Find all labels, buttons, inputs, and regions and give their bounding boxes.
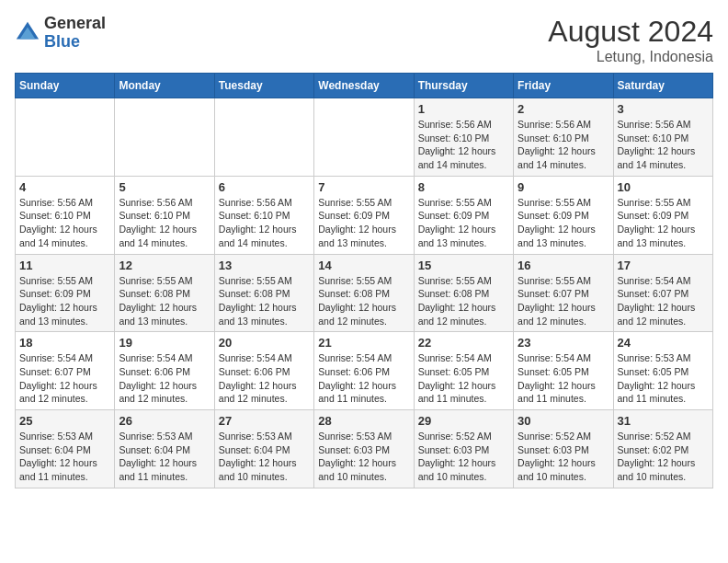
day-info: Sunrise: 5:54 AM Sunset: 6:06 PM Dayligh… bbox=[219, 351, 310, 406]
day-number: 13 bbox=[219, 259, 310, 272]
calendar-day-cell bbox=[115, 98, 214, 177]
day-number: 14 bbox=[318, 259, 409, 272]
calendar-day-cell: 21Sunrise: 5:54 AM Sunset: 6:06 PM Dayli… bbox=[314, 332, 414, 410]
title-block: August 2024 Letung, Indonesia bbox=[548, 15, 713, 65]
day-info: Sunrise: 5:56 AM Sunset: 6:10 PM Dayligh… bbox=[19, 196, 110, 250]
day-number: 8 bbox=[418, 180, 509, 194]
day-number: 5 bbox=[119, 180, 210, 194]
day-number: 20 bbox=[219, 336, 310, 350]
calendar-day-cell: 31Sunrise: 5:52 AM Sunset: 6:02 PM Dayli… bbox=[613, 410, 712, 488]
day-info: Sunrise: 5:53 AM Sunset: 6:05 PM Dayligh… bbox=[618, 351, 709, 406]
calendar-day-cell: 17Sunrise: 5:54 AM Sunset: 6:07 PM Dayli… bbox=[613, 254, 712, 332]
header-wednesday: Wednesday bbox=[314, 74, 414, 98]
calendar-day-cell bbox=[314, 98, 414, 177]
calendar-day-cell: 8Sunrise: 5:55 AM Sunset: 6:09 PM Daylig… bbox=[414, 176, 513, 254]
header-monday: Monday bbox=[115, 74, 214, 98]
calendar-day-cell: 15Sunrise: 5:55 AM Sunset: 6:08 PM Dayli… bbox=[414, 254, 513, 332]
calendar-day-cell: 11Sunrise: 5:55 AM Sunset: 6:09 PM Dayli… bbox=[16, 254, 115, 332]
day-info: Sunrise: 5:54 AM Sunset: 6:05 PM Dayligh… bbox=[418, 351, 509, 406]
day-number: 10 bbox=[618, 180, 709, 194]
day-number: 1 bbox=[418, 102, 509, 116]
calendar-day-cell: 18Sunrise: 5:54 AM Sunset: 6:07 PM Dayli… bbox=[16, 332, 115, 410]
day-info: Sunrise: 5:55 AM Sunset: 6:08 PM Dayligh… bbox=[119, 274, 210, 328]
weekday-header-row: Sunday Monday Tuesday Wednesday Thursday… bbox=[16, 74, 713, 98]
day-info: Sunrise: 5:55 AM Sunset: 6:09 PM Dayligh… bbox=[418, 196, 509, 250]
calendar-day-cell: 28Sunrise: 5:53 AM Sunset: 6:03 PM Dayli… bbox=[314, 410, 414, 488]
day-info: Sunrise: 5:54 AM Sunset: 6:07 PM Dayligh… bbox=[19, 351, 110, 406]
day-info: Sunrise: 5:53 AM Sunset: 6:04 PM Dayligh… bbox=[19, 430, 110, 484]
calendar-day-cell: 5Sunrise: 5:56 AM Sunset: 6:10 PM Daylig… bbox=[115, 176, 214, 254]
calendar-table: Sunday Monday Tuesday Wednesday Thursday… bbox=[15, 73, 713, 488]
day-info: Sunrise: 5:55 AM Sunset: 6:09 PM Dayligh… bbox=[318, 196, 409, 250]
day-number: 15 bbox=[418, 259, 509, 272]
day-info: Sunrise: 5:56 AM Sunset: 6:10 PM Dayligh… bbox=[119, 196, 210, 250]
logo: General Blue bbox=[15, 15, 106, 52]
day-number: 25 bbox=[19, 414, 110, 428]
day-info: Sunrise: 5:56 AM Sunset: 6:10 PM Dayligh… bbox=[518, 118, 609, 172]
day-info: Sunrise: 5:52 AM Sunset: 6:03 PM Dayligh… bbox=[518, 430, 609, 484]
header-sunday: Sunday bbox=[16, 74, 115, 98]
calendar-day-cell: 30Sunrise: 5:52 AM Sunset: 6:03 PM Dayli… bbox=[514, 410, 613, 488]
header-friday: Friday bbox=[514, 74, 613, 98]
day-number: 29 bbox=[418, 414, 509, 428]
calendar-day-cell: 25Sunrise: 5:53 AM Sunset: 6:04 PM Dayli… bbox=[16, 410, 115, 488]
day-number: 23 bbox=[518, 336, 609, 350]
day-number: 19 bbox=[119, 336, 210, 350]
calendar-week-row: 11Sunrise: 5:55 AM Sunset: 6:09 PM Dayli… bbox=[16, 254, 713, 332]
calendar-day-cell: 3Sunrise: 5:56 AM Sunset: 6:10 PM Daylig… bbox=[613, 98, 712, 177]
calendar-day-cell: 16Sunrise: 5:55 AM Sunset: 6:07 PM Dayli… bbox=[514, 254, 613, 332]
calendar-week-row: 4Sunrise: 5:56 AM Sunset: 6:10 PM Daylig… bbox=[16, 176, 713, 254]
header-thursday: Thursday bbox=[414, 74, 513, 98]
calendar-day-cell: 4Sunrise: 5:56 AM Sunset: 6:10 PM Daylig… bbox=[16, 176, 115, 254]
day-number: 4 bbox=[19, 180, 110, 194]
day-info: Sunrise: 5:56 AM Sunset: 6:10 PM Dayligh… bbox=[418, 118, 509, 172]
day-number: 11 bbox=[19, 259, 110, 272]
calendar-day-cell: 14Sunrise: 5:55 AM Sunset: 6:08 PM Dayli… bbox=[314, 254, 414, 332]
day-info: Sunrise: 5:55 AM Sunset: 6:09 PM Dayligh… bbox=[19, 274, 110, 328]
day-info: Sunrise: 5:55 AM Sunset: 6:08 PM Dayligh… bbox=[418, 274, 509, 328]
calendar-week-row: 25Sunrise: 5:53 AM Sunset: 6:04 PM Dayli… bbox=[16, 410, 713, 488]
day-number: 24 bbox=[618, 336, 709, 350]
day-info: Sunrise: 5:55 AM Sunset: 6:08 PM Dayligh… bbox=[219, 274, 310, 328]
day-info: Sunrise: 5:55 AM Sunset: 6:08 PM Dayligh… bbox=[318, 274, 409, 328]
day-number: 9 bbox=[518, 180, 609, 194]
day-number: 12 bbox=[119, 259, 210, 272]
day-info: Sunrise: 5:56 AM Sunset: 6:10 PM Dayligh… bbox=[219, 196, 310, 250]
calendar-day-cell bbox=[214, 98, 313, 177]
header-tuesday: Tuesday bbox=[214, 74, 313, 98]
day-number: 28 bbox=[318, 414, 409, 428]
calendar-day-cell: 26Sunrise: 5:53 AM Sunset: 6:04 PM Dayli… bbox=[115, 410, 214, 488]
day-info: Sunrise: 5:54 AM Sunset: 6:06 PM Dayligh… bbox=[119, 351, 210, 406]
logo-general-text: General bbox=[44, 14, 106, 32]
calendar-week-row: 1Sunrise: 5:56 AM Sunset: 6:10 PM Daylig… bbox=[16, 98, 713, 177]
calendar-day-cell: 10Sunrise: 5:55 AM Sunset: 6:09 PM Dayli… bbox=[613, 176, 712, 254]
day-number: 27 bbox=[219, 414, 310, 428]
page-header: General Blue August 2024 Letung, Indones… bbox=[15, 15, 713, 65]
location-subtitle: Letung, Indonesia bbox=[548, 49, 713, 65]
day-number: 21 bbox=[318, 336, 409, 350]
calendar-day-cell: 7Sunrise: 5:55 AM Sunset: 6:09 PM Daylig… bbox=[314, 176, 414, 254]
day-info: Sunrise: 5:53 AM Sunset: 6:04 PM Dayligh… bbox=[219, 430, 310, 484]
calendar-day-cell: 24Sunrise: 5:53 AM Sunset: 6:05 PM Dayli… bbox=[613, 332, 712, 410]
day-info: Sunrise: 5:52 AM Sunset: 6:02 PM Dayligh… bbox=[618, 430, 709, 484]
day-number: 2 bbox=[518, 102, 609, 116]
day-info: Sunrise: 5:54 AM Sunset: 6:06 PM Dayligh… bbox=[318, 351, 409, 406]
day-info: Sunrise: 5:54 AM Sunset: 6:07 PM Dayligh… bbox=[618, 274, 709, 328]
calendar-day-cell: 6Sunrise: 5:56 AM Sunset: 6:10 PM Daylig… bbox=[214, 176, 313, 254]
day-number: 17 bbox=[618, 259, 709, 272]
calendar-day-cell: 20Sunrise: 5:54 AM Sunset: 6:06 PM Dayli… bbox=[214, 332, 313, 410]
day-info: Sunrise: 5:55 AM Sunset: 6:09 PM Dayligh… bbox=[518, 196, 609, 250]
day-number: 26 bbox=[119, 414, 210, 428]
logo-blue-text: Blue bbox=[44, 32, 80, 51]
day-info: Sunrise: 5:53 AM Sunset: 6:04 PM Dayligh… bbox=[119, 430, 210, 484]
calendar-day-cell: 19Sunrise: 5:54 AM Sunset: 6:06 PM Dayli… bbox=[115, 332, 214, 410]
calendar-day-cell bbox=[16, 98, 115, 177]
day-info: Sunrise: 5:53 AM Sunset: 6:03 PM Dayligh… bbox=[318, 430, 409, 484]
day-number: 3 bbox=[618, 102, 709, 116]
month-year-title: August 2024 bbox=[548, 15, 713, 49]
day-info: Sunrise: 5:52 AM Sunset: 6:03 PM Dayligh… bbox=[418, 430, 509, 484]
calendar-day-cell: 2Sunrise: 5:56 AM Sunset: 6:10 PM Daylig… bbox=[514, 98, 613, 177]
day-info: Sunrise: 5:54 AM Sunset: 6:05 PM Dayligh… bbox=[518, 351, 609, 406]
calendar-day-cell: 29Sunrise: 5:52 AM Sunset: 6:03 PM Dayli… bbox=[414, 410, 513, 488]
day-info: Sunrise: 5:56 AM Sunset: 6:10 PM Dayligh… bbox=[618, 118, 709, 172]
